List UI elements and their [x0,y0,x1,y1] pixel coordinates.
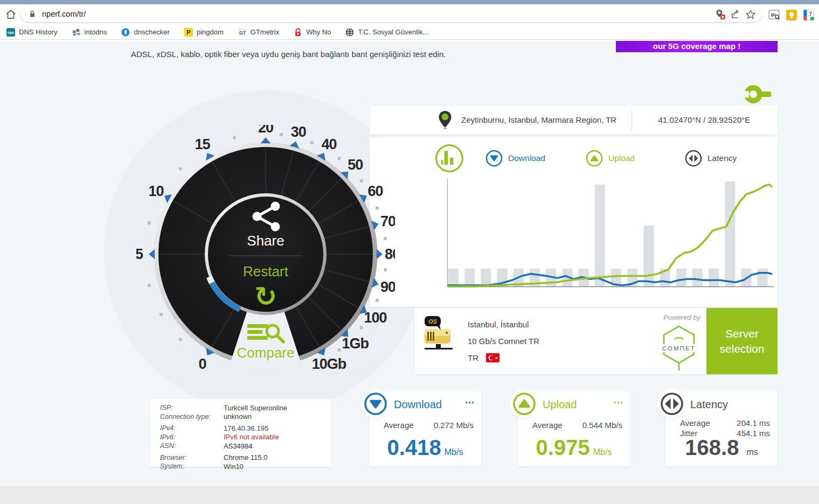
tab-upload[interactable]: Upload [585,149,635,167]
bookmarks-bar: DNS DNS History intodns dnschecker P pin… [0,25,819,40]
calendar-extension-icon[interactable]: 7 [803,9,815,21]
gtmetrix-favicon: GT [238,28,247,37]
powered-by-label: Powered by [641,313,700,321]
download-card-menu[interactable]: ... [465,395,475,406]
gauge-minor-dot [384,237,387,240]
latency-icon [657,389,686,418]
server-icon: OS [424,316,454,352]
download-current-value: 0.418Mb/s [369,436,481,460]
upload-card-title: Upload [543,398,577,411]
dns-history-favicon: DNS [6,28,15,37]
tab-download[interactable]: Download [485,149,545,167]
svg-text:★: ★ [495,356,498,360]
dnschecker-favicon [121,28,130,37]
globe-favicon [345,28,354,37]
gauge-minor-dot [360,326,363,329]
chart-background-bars [448,181,768,286]
latency-card-title: Latency [690,398,728,411]
ip-lookup-extension-icon[interactable]: IP [768,9,780,21]
svg-text:P: P [186,29,190,36]
isp-row: ISP:Turkcell Superonline [160,403,331,412]
browser-chrome: nperf.com/tr/ IP [0,0,819,41]
pingdom-favicon: P [184,28,193,37]
upload-card-menu[interactable]: ... [614,395,623,406]
url-text[interactable]: nperf.com/tr/ [42,10,86,18]
isp-row: Browser:Chrome 115.0 [160,453,331,463]
os-badge: OS [428,318,438,325]
bookmark-dnschecker[interactable]: dnschecker [121,28,169,37]
location-blocked-icon[interactable] [714,9,726,20]
location-text: Zeytinburnu, Istanbul, Marmara Region, T… [461,115,616,124]
gauge-scale-label: 20 [258,125,273,136]
upload-line [448,185,772,286]
isp-info-panel: ISP:Turkcell Superonline Connection type… [149,399,331,467]
bookmark-tc-sosyal-guvenlik[interactable]: T.C. Sosyal Güvenlik... [345,28,428,37]
bookmark-dns-history[interactable]: DNS DNS History [6,28,58,37]
gauge-scale-label: 50 [348,157,363,173]
gauge-scale-label: 60 [367,183,383,199]
gauge-minor-dot [147,284,150,287]
bar-chart-icon [434,143,464,173]
gauge-scale-label: 1Gb [342,335,369,352]
download-card-title: Download [394,398,442,411]
home-icon[interactable] [4,8,17,21]
latency-arrows-icon [684,149,703,167]
lock-icon [28,10,37,18]
server-speed-name: 10 Gb/s Comnet TR [468,337,539,346]
compare-label: Compare [237,345,295,361]
bookmark-intodns[interactable]: intodns [72,28,107,37]
bookmark-star-icon[interactable] [745,9,756,20]
latency-result-card: Latency Average 204.1 ms Jitter 454.1 ms… [665,391,778,466]
location-coordinates: 41.02470°N / 28.92520°E [632,115,776,124]
gauge-scale-label: 90 [380,279,395,295]
download-line [448,273,772,285]
svg-text:GT: GT [239,30,246,35]
gauge-scale-label: 10 [148,183,163,199]
svg-text:7: 7 [809,11,812,17]
isp-row: IPv4:176.40.36.195 [160,424,331,433]
gauge-scale-label: 40 [321,136,336,152]
gauge-minor-dot [178,338,182,341]
upload-arrow-icon [585,149,603,167]
red-padlock-favicon [294,28,302,37]
gauge-minor-dot [178,167,182,170]
location-bar: Zeytinburnu, Istanbul, Marmara Region, T… [370,106,778,135]
latency-average-row: Average 204.1 ms [680,418,770,428]
upload-average-row: Average 0.544 Mb/s [532,421,622,430]
isp-row: IPv6:IPv6 not available [160,433,331,442]
upload-current-value: 0.975Mb/s [518,436,630,460]
bookmark-gtmetrix[interactable]: GT GTmetrix [238,28,279,37]
latency-current-value: 168.8ms [665,436,778,460]
page-subtitle: ADSL, xDSL, kablo, optik fiber veya uydu… [131,50,446,59]
share-icon[interactable] [730,9,741,20]
gauge-minor-dot [337,157,341,160]
page-footer-strip [0,486,819,504]
comnet-logo: COMΠET [658,323,699,372]
gauge-minor-dot [360,179,363,182]
upload-icon [510,389,539,418]
coverage-map-button[interactable]: our 5G coverage map ! [616,41,778,52]
server-city: Istanbul, İstanbul [468,320,529,329]
location-pin-icon [439,111,452,129]
gauge-minor-dot [310,141,314,144]
page-content: ADSL, xDSL, kablo, optik fiber veya uydu… [0,41,819,504]
bookmark-why-no[interactable]: Why No [294,28,331,37]
tab-summary-chart[interactable] [434,143,464,173]
svg-text:IP: IP [771,12,776,18]
tab-latency[interactable]: Latency [684,149,737,167]
server-selection-button[interactable]: Server selection [706,308,778,374]
address-bar[interactable]: nperf.com/tr/ [20,6,762,22]
bookmark-pingdom[interactable]: P pingdom [184,28,224,37]
gauge-minor-dot [384,268,387,271]
speed-chart [424,178,777,291]
gauge-scale-label: 0 [198,356,206,372]
browser-toolbar: nperf.com/tr/ IP [0,4,819,25]
gauge-minor-dot [337,348,341,352]
gauge-minor-dot [233,136,236,139]
keep-notes-extension-icon[interactable] [786,9,797,21]
gauge-scale-label: 100 [364,310,386,326]
settings-wrench-icon[interactable] [744,84,772,104]
intodns-favicon [72,28,81,37]
isp-row: ASN:AS34984 [160,442,331,451]
gauge-scale-label: 80 [385,246,395,262]
